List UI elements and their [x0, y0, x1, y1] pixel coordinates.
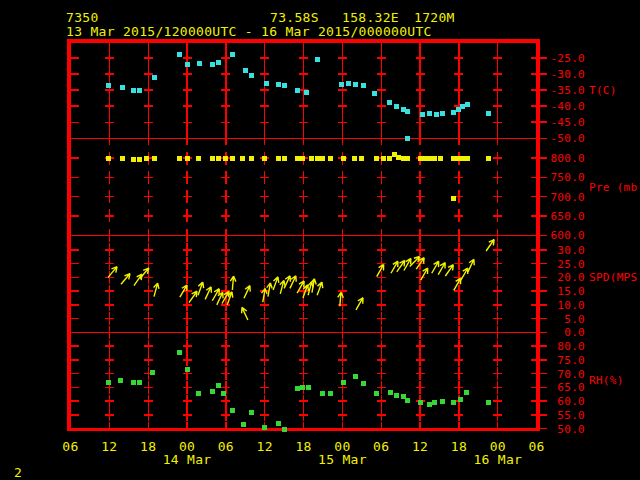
x-hour-label: 12 — [257, 439, 273, 454]
pressure-point — [276, 156, 281, 161]
wind-arrow — [212, 289, 219, 301]
temperature-point — [295, 88, 300, 93]
panel-unit-label: T(C) — [589, 84, 617, 97]
temperature-point — [405, 136, 410, 141]
temperature-point — [264, 81, 269, 86]
x-hour-label: 06 — [62, 439, 78, 454]
x-hour-label: 18 — [451, 439, 467, 454]
temperature-point — [276, 82, 281, 87]
relative_humidity-point — [374, 391, 379, 396]
wind-arrow — [198, 282, 204, 295]
panel-unit-label: RH(%) — [589, 374, 624, 387]
pressure-point — [381, 156, 386, 161]
pressure-point — [240, 156, 245, 161]
y-axis-label: 70.0 — [557, 368, 585, 381]
pressure-point — [320, 156, 325, 161]
relative_humidity-point — [341, 380, 346, 385]
relative_humidity-point — [458, 397, 463, 402]
relative_humidity-point — [486, 400, 491, 405]
wind-arrow — [421, 268, 428, 280]
pressure-point — [423, 156, 428, 161]
x-date-label: 14 Mar — [163, 452, 212, 467]
pressure-point — [427, 156, 432, 161]
relative_humidity-point — [451, 400, 456, 405]
y-axis-label: 700.0 — [550, 191, 585, 204]
temperature-point — [249, 73, 254, 78]
x-hour-label: 18 — [140, 439, 156, 454]
temperature-point — [361, 83, 366, 88]
y-axis-label: -40.0 — [550, 100, 585, 113]
relative_humidity-point — [276, 421, 281, 426]
relative_humidity-point — [249, 410, 254, 415]
y-axis-label: 55.0 — [557, 409, 585, 422]
y-axis-label: 60.0 — [557, 395, 585, 408]
pressure-point — [137, 157, 142, 162]
relative_humidity-point — [388, 390, 393, 395]
relative_humidity-point — [216, 383, 221, 388]
wind-arrow — [189, 291, 197, 302]
y-axis-label: 0.0 — [564, 326, 585, 339]
pressure-point — [460, 156, 465, 161]
wind-arrow — [290, 276, 296, 289]
pressure-point — [185, 156, 190, 161]
y-axis-label: 30.0 — [557, 244, 585, 257]
wind-arrow — [432, 261, 439, 273]
pressure-point — [374, 156, 379, 161]
pressure-point — [223, 156, 228, 161]
y-axis-label: 5.0 — [564, 313, 585, 326]
panel-unit-label: Pre (mb) — [589, 181, 640, 194]
temperature-point — [210, 62, 215, 67]
relative_humidity-point — [118, 378, 123, 383]
radiosonde-timeseries-screen: 7350 73.58S 158.32E 1720M 13 Mar 2015/12… — [0, 0, 640, 480]
relative_humidity-point — [300, 385, 305, 390]
relative_humidity-point — [106, 380, 111, 385]
station-elevation: 1720M — [414, 10, 455, 25]
relative_humidity-point — [137, 380, 142, 385]
pressure-point — [438, 156, 443, 161]
temperature-point — [440, 111, 445, 116]
relative_humidity-point — [177, 350, 182, 355]
relative_humidity-point — [241, 422, 246, 427]
relative_humidity-point — [353, 374, 358, 379]
relative_humidity-point — [221, 391, 226, 396]
y-axis-label: 25.0 — [557, 258, 585, 271]
pressure-point — [230, 156, 235, 161]
panel-unit-label: SPD(MPS) — [589, 271, 640, 284]
temperature-point — [137, 88, 142, 93]
temperature-point — [427, 111, 432, 116]
temperature-point — [131, 88, 136, 93]
pressure-point — [196, 156, 201, 161]
temperature-point — [486, 111, 491, 116]
pressure-point — [177, 156, 182, 161]
wind-arrow — [356, 298, 363, 310]
pressure-point — [392, 152, 397, 157]
y-axis-label: 65.0 — [557, 381, 585, 394]
y-axis-label: -35.0 — [550, 84, 585, 97]
pressure-point — [210, 156, 215, 161]
temperature-point — [230, 52, 235, 57]
relative_humidity-point — [440, 399, 445, 404]
timeseries-chart: 7350 73.58S 158.32E 1720M 13 Mar 2015/12… — [0, 0, 640, 480]
pressure-point — [432, 156, 437, 161]
pressure-point — [315, 156, 320, 161]
relative_humidity-point — [210, 389, 215, 394]
page-number: 2 — [14, 465, 22, 480]
x-hour-label: 06 — [373, 439, 389, 454]
y-axis-label: 75.0 — [557, 354, 585, 367]
relative_humidity-point — [405, 398, 410, 403]
wind-arrow — [317, 282, 323, 295]
pressure-point — [216, 156, 221, 161]
temperature-point — [465, 102, 470, 107]
pressure-point — [486, 156, 491, 161]
x-hour-label: 06 — [528, 439, 544, 454]
relative_humidity-point — [328, 391, 333, 396]
temperature-point — [185, 62, 190, 67]
relative_humidity-point — [306, 385, 311, 390]
temperature-point — [451, 110, 456, 115]
relative_humidity-point — [464, 390, 469, 395]
y-axis-label: -50.0 — [550, 132, 585, 145]
station-id: 7350 — [66, 10, 99, 25]
pressure-point — [249, 156, 254, 161]
wind-arrow — [284, 276, 290, 289]
relative_humidity-point — [196, 391, 201, 396]
